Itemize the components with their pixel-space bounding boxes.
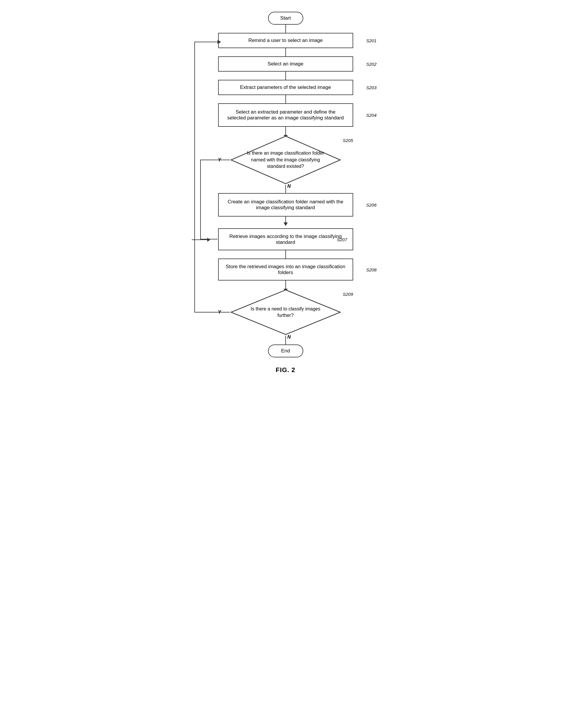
figure-label: FIG. 2 xyxy=(276,366,295,374)
step-s203-box: Extract parameters of the selected image xyxy=(218,80,353,95)
step-s205: Is there an image classification folder … xyxy=(209,135,362,185)
label-s208: S208 xyxy=(366,267,376,272)
connector-region xyxy=(209,216,362,228)
branch-n-s205: N xyxy=(288,184,291,189)
step-s202-box: Select an image xyxy=(218,56,353,71)
start-node: Start xyxy=(180,12,391,25)
step-s207: Retrieve images according to the image c… xyxy=(209,228,362,250)
connector-svg-s207-entry xyxy=(209,216,362,228)
step-s206: Create an image classification folder na… xyxy=(180,193,391,216)
label-s207: S207 xyxy=(337,237,347,242)
arrow-7 xyxy=(286,281,286,289)
label-s206: S206 xyxy=(366,202,376,207)
step-s206-box: Create an image classification folder na… xyxy=(218,193,353,216)
arrow-1 xyxy=(286,48,286,56)
arrow-5 xyxy=(286,185,286,193)
step-s205-text: Is there an image classification folder … xyxy=(230,147,341,172)
arrow-start xyxy=(286,25,286,33)
left-arrow-line xyxy=(192,240,210,240)
step-s208: Store the retrieved images into an image… xyxy=(180,259,391,281)
label-s202: S202 xyxy=(366,61,376,66)
label-s203: S203 xyxy=(366,85,376,90)
arrow-4 xyxy=(286,127,286,135)
step-s209: Is there a need to classify images furth… xyxy=(209,289,362,336)
branch-y-s205: Y xyxy=(218,157,221,163)
branch-y-s209: Y xyxy=(218,310,221,315)
step-s202: Select an image S202 xyxy=(180,56,391,71)
step-s203: Extract parameters of the selected image… xyxy=(180,80,391,95)
start-shape: Start xyxy=(268,12,303,25)
step-s209-text: Is there a need to classify images furth… xyxy=(230,303,341,322)
branch-n-s209: N xyxy=(288,334,291,340)
flowchart-diagram: Start Remind a user to select an image S… xyxy=(180,12,391,374)
end-node: End xyxy=(180,344,391,357)
label-s201: S201 xyxy=(366,38,376,43)
label-s209: S209 xyxy=(343,292,353,297)
step-s201: Remind a user to select an image S201 xyxy=(180,33,391,48)
arrow-3 xyxy=(286,95,286,103)
label-s204: S204 xyxy=(366,113,376,118)
step-s204-box: Select an extracted parameter and define… xyxy=(218,103,353,127)
arrow-6 xyxy=(286,250,286,259)
arrow-8 xyxy=(286,336,286,344)
svg-marker-2 xyxy=(283,223,288,226)
step-s208-box: Store the retrieved images into an image… xyxy=(218,259,353,281)
end-shape: End xyxy=(268,344,303,357)
step-s204: Select an extracted parameter and define… xyxy=(180,103,391,127)
label-s205: S205 xyxy=(343,138,353,143)
arrow-2 xyxy=(286,71,286,80)
step-s201-box: Remind a user to select an image xyxy=(218,33,353,48)
step-s207-box: Retrieve images according to the image c… xyxy=(218,228,353,250)
